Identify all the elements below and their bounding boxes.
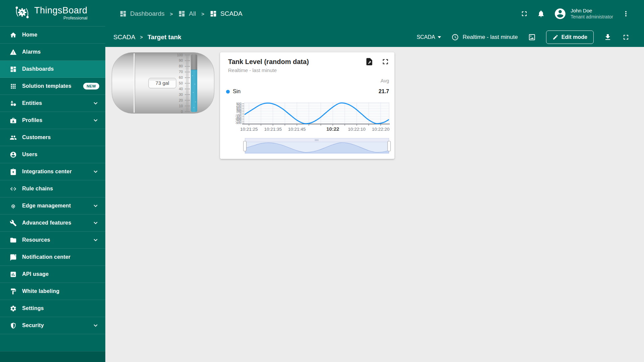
sidebar-item-label: Solution templates [22, 83, 83, 89]
sidebar-item-label: Home [22, 32, 99, 38]
sidebar-item-label: Notification center [22, 254, 99, 260]
sidebar-footer [0, 351, 105, 362]
toolbar-fullscreen-icon[interactable] [622, 33, 630, 41]
warning-icon [9, 48, 17, 56]
warning-icon [10, 49, 17, 56]
sidebar-item-security[interactable]: Security [0, 317, 105, 334]
dashboard-breadcrumb: SCADA > Target tank [113, 34, 181, 41]
chevron-down-icon[interactable] [92, 202, 99, 209]
sidebar-item-dashboards[interactable]: Dashboards [0, 61, 105, 78]
apps-icon [9, 82, 17, 90]
sidebar-item-advanced-features[interactable]: Advanced features [0, 215, 105, 232]
sidebar-item-white-labeling[interactable]: White labeling [0, 283, 105, 300]
chevron-down-icon[interactable] [92, 117, 99, 124]
sidebar-item-settings[interactable]: Settings [0, 300, 105, 317]
dashboard-icon [210, 10, 217, 17]
dashboard-state-select[interactable]: SCADA [417, 34, 441, 40]
legend-series-label[interactable]: Sin [233, 88, 240, 95]
sidebar-item-api-usage[interactable]: API usage [0, 266, 105, 283]
sidebar-item-profiles[interactable]: Profiles [0, 112, 105, 129]
range-handle-right[interactable] [388, 141, 391, 151]
aggregation-header: Avg [380, 78, 389, 83]
range-handle-left[interactable] [244, 141, 247, 151]
sidebar-item-notification-center[interactable]: Notification center [0, 249, 105, 266]
profiles-icon [10, 117, 17, 124]
edit-mode-button[interactable]: Edit mode [546, 31, 594, 44]
timeseries-chart[interactable]: 9007506004503001500-150-300-450-600-750-… [228, 99, 391, 135]
user-menu[interactable]: John Doe Tenant administrator [554, 7, 613, 20]
export-widget-data-icon[interactable] [365, 57, 374, 66]
breadcrumb-item-scada[interactable]: SCADA [210, 10, 242, 17]
tank-scale-label: 30 [179, 93, 183, 97]
tank-gauge-fill [191, 70, 197, 112]
image-gallery-icon[interactable] [528, 33, 536, 41]
chevron-down-icon [92, 202, 99, 209]
sidebar-item-solution-templates[interactable]: Solution templatesNEW [0, 78, 105, 95]
download-icon[interactable] [604, 33, 612, 41]
chevron-down-icon[interactable] [92, 219, 99, 227]
sidebar-item-integrations-center[interactable]: Integrations center [0, 163, 105, 180]
avatar [554, 7, 567, 20]
notifications-bell-icon[interactable] [537, 10, 545, 18]
dashboard-icon [178, 10, 185, 17]
tank-scale-label: 0 [181, 110, 183, 114]
sidebar-item-users[interactable]: Users [0, 146, 105, 163]
fullscreen-icon[interactable] [520, 10, 528, 18]
dashboard-icon [178, 10, 185, 17]
breadcrumb-label: All [189, 10, 196, 17]
api-icon [10, 271, 17, 278]
sidebar-item-label: Alarms [22, 49, 99, 55]
more-vert-icon[interactable] [622, 10, 630, 18]
dashboard-icon [10, 66, 17, 73]
breadcrumb: Dashboards>All>SCADA [119, 10, 243, 17]
user-role: Tenant administrator [571, 14, 613, 20]
brand-name: ThingsBoard [34, 6, 88, 15]
preview-scroll-bar[interactable] [245, 138, 389, 142]
breadcrumb-label: Dashboards [130, 10, 164, 17]
sidebar-item-label: White labeling [22, 288, 99, 294]
notification-icon [10, 254, 17, 261]
rule-chains-icon [9, 185, 17, 192]
breadcrumb-item-dashboards[interactable]: Dashboards [119, 10, 164, 17]
chevron-down-icon[interactable] [92, 322, 99, 329]
new-badge: NEW [83, 83, 99, 89]
chevron-down-icon[interactable] [92, 236, 99, 244]
chevron-down-icon [92, 100, 99, 107]
integrations-icon [10, 168, 17, 175]
dashboard-toolbar: SCADA > Target tank SCADA Realtime - las… [105, 27, 644, 47]
preview-selected-range[interactable] [245, 142, 389, 153]
sidebar-item-entities[interactable]: Entities [0, 95, 105, 112]
home-icon [10, 32, 17, 39]
gear-icon [9, 305, 17, 312]
sidebar-item-home[interactable]: Home [0, 26, 105, 44]
breadcrumb-row: Dashboards>All>SCADA John Doe Tenant adm… [105, 0, 644, 27]
sidebar-item-label: Entities [22, 100, 92, 106]
timewindow-button[interactable]: Realtime - last minute [451, 33, 518, 41]
x-axis-label: 10:22 [326, 126, 339, 132]
sidebar-item-alarms[interactable]: Alarms [0, 44, 105, 61]
chart-range-scrollbar[interactable] [245, 138, 389, 154]
tank-level-chart-card[interactable]: Tank Level (random data) Realtime - last… [220, 52, 394, 159]
sidebar-item-label: Profiles [22, 117, 92, 123]
sidebar-item-customers[interactable]: Customers [0, 129, 105, 146]
thingsboard-logo[interactable]: ThingsBoard Professional [0, 0, 105, 26]
y-axis-label: -900 [235, 121, 241, 125]
sidebar-item-resources[interactable]: Resources [0, 232, 105, 249]
edge-icon [9, 202, 17, 209]
chevron-down-icon[interactable] [92, 100, 99, 107]
sidebar-item-rule-chains[interactable]: Rule chains [0, 180, 105, 197]
widget-fullscreen-icon[interactable] [381, 57, 390, 66]
tank-widget[interactable]: 010203040506070809010073 gal [112, 52, 214, 114]
x-axis-label: 10:21:25 [240, 127, 258, 132]
breadcrumb-label: SCADA [220, 10, 242, 17]
entities-icon [10, 100, 17, 107]
chart-title: Tank Level (random data) [228, 58, 309, 66]
shield-icon [9, 322, 17, 329]
sidebar-item-label: Dashboards [22, 66, 99, 72]
chevron-down-icon[interactable] [92, 168, 99, 175]
dashboard-breadcrumb-root[interactable]: SCADA [113, 34, 135, 41]
breadcrumb-item-all[interactable]: All [178, 10, 196, 17]
sidebar-item-edge-management[interactable]: Edge management [0, 197, 105, 215]
thingsboard-logo-icon [13, 4, 31, 22]
users-icon [9, 151, 17, 158]
